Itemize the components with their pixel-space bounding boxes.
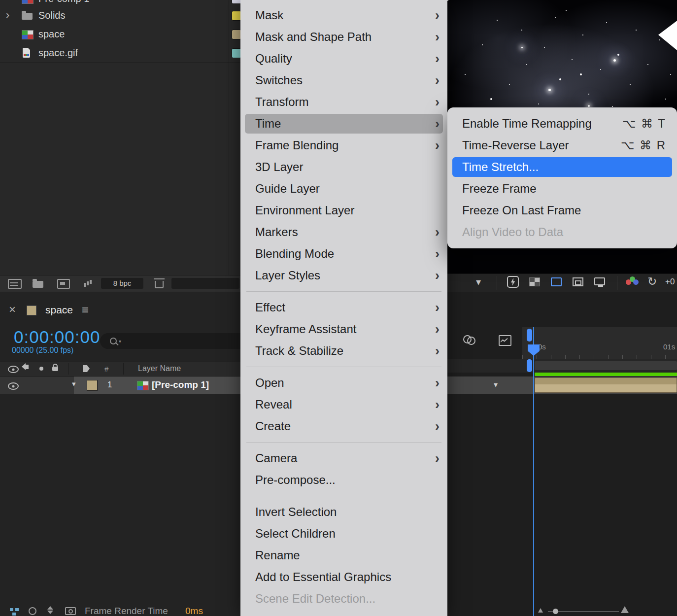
- timeline-tab-title[interactable]: space: [45, 304, 73, 316]
- video-column-eye-icon[interactable]: [8, 366, 19, 373]
- trash-icon[interactable]: [155, 281, 164, 288]
- menu-item-add-to-essential-graphics[interactable]: Add to Essential Graphics: [240, 566, 447, 588]
- toolbar-divider: [617, 276, 617, 290]
- menu-item-open[interactable]: Open›: [240, 372, 447, 394]
- submenu-arrow-icon: ›: [435, 226, 440, 239]
- layer-expand-icon[interactable]: ▾: [72, 379, 76, 388]
- label-color-chip[interactable]: [232, 11, 241, 21]
- menu-item-switches[interactable]: Switches›: [240, 69, 447, 91]
- menu-item-time[interactable]: Time›: [240, 113, 447, 135]
- bit-depth-field[interactable]: 8 bpc: [101, 278, 143, 289]
- layer-eye-icon[interactable]: [8, 382, 19, 390]
- graph-editor-icon[interactable]: [499, 335, 511, 346]
- menu-item-mask[interactable]: Mask›: [240, 4, 447, 26]
- mask-visibility-icon[interactable]: [551, 277, 562, 286]
- comp-label-chip: [27, 306, 36, 315]
- submenu-arrow-icon: ›: [435, 9, 440, 22]
- submenu-arrow-icon: ›: [435, 96, 440, 109]
- menu-item-guide-layer[interactable]: Guide Layer: [240, 178, 447, 200]
- motion-blur-icon[interactable]: [463, 335, 475, 344]
- menu-item-environment-layer[interactable]: Environment Layer: [240, 200, 447, 221]
- disclosure-arrow-icon[interactable]: ›: [6, 9, 9, 22]
- star-field: [447, 0, 448, 1]
- submenu-item-time-stretch[interactable]: Time Stretch...: [447, 156, 677, 178]
- composition-icon: [22, 0, 34, 4]
- layer-comp-icon: [137, 381, 149, 390]
- shortcut-label: ⌥ ⌘ R: [621, 138, 666, 152]
- timeline-zoom-knob[interactable]: [553, 609, 558, 614]
- menu-item-reveal[interactable]: Reveal›: [240, 394, 447, 415]
- menu-item-layer-styles[interactable]: Layer Styles›: [240, 265, 447, 286]
- time-submenu: Enable Time Remapping ⌥ ⌘ T Time-Reverse…: [447, 107, 677, 248]
- camera-icon[interactable]: [65, 607, 76, 615]
- menu-item-transform[interactable]: Transform›: [240, 91, 447, 113]
- column-toggle-icon[interactable]: [47, 606, 54, 614]
- layer-name[interactable]: [Pre-comp 1]: [152, 379, 209, 390]
- menu-item-keyframe-assistant[interactable]: Keyframe Assistant›: [240, 318, 447, 340]
- search-dropdown-icon[interactable]: ▾: [119, 339, 121, 344]
- bright-star: [521, 47, 523, 48]
- menu-item-select-children[interactable]: Select Children: [240, 523, 447, 545]
- fast-previews-icon[interactable]: [507, 276, 519, 288]
- draft-mode-icon[interactable]: [29, 607, 36, 615]
- index-column-header[interactable]: #: [104, 365, 108, 373]
- menu-item-blending-mode[interactable]: Blending Mode›: [240, 243, 447, 265]
- submenu-item-time-reverse-layer[interactable]: Time-Reverse Layer ⌥ ⌘ R: [447, 135, 677, 156]
- menu-separator: [246, 291, 441, 292]
- menu-item-create[interactable]: Create›: [240, 415, 447, 437]
- layer-duration-bar[interactable]: [535, 377, 677, 393]
- menu-item-markers[interactable]: Markers›: [240, 221, 447, 243]
- menu-item-effect[interactable]: Effect›: [240, 297, 447, 318]
- menu-item-rename[interactable]: Rename: [240, 545, 447, 566]
- new-folder-icon[interactable]: [33, 281, 43, 288]
- label-color-chip[interactable]: [232, 30, 241, 39]
- audio-column-speaker-icon[interactable]: [26, 365, 29, 369]
- submenu-item-freeze-on-last-frame[interactable]: Freeze On Last Frame: [447, 200, 677, 221]
- parent-link-dropdown-icon[interactable]: ▾: [494, 380, 498, 389]
- lock-column-icon[interactable]: [52, 367, 58, 371]
- menu-item-track-stabilize[interactable]: Track & Stabilize›: [240, 340, 447, 362]
- menu-item-frame-blending[interactable]: Frame Blending›: [240, 135, 447, 156]
- mini-flowchart-icon[interactable]: [10, 608, 13, 611]
- time-ruler-ticks: [522, 355, 677, 359]
- audio-meter-icon[interactable]: [84, 279, 93, 287]
- playhead-line[interactable]: [533, 327, 534, 616]
- submenu-arrow-icon: ›: [435, 301, 440, 314]
- label-color-chip[interactable]: [232, 48, 241, 58]
- menu-item-quality[interactable]: Quality›: [240, 48, 447, 69]
- timeline-zoom-slider[interactable]: [548, 611, 619, 612]
- label-color-chip[interactable]: [232, 0, 241, 4]
- column-divider: [123, 363, 124, 375]
- menu-item-camera[interactable]: Camera›: [240, 447, 447, 469]
- menu-item-mask-and-shape-path[interactable]: Mask and Shape Path›: [240, 26, 447, 48]
- layer-name-column-header[interactable]: Layer Name: [138, 364, 181, 373]
- refresh-icon[interactable]: ↻: [647, 275, 657, 288]
- solo-column-icon[interactable]: [39, 367, 43, 371]
- menu-item-pre-compose[interactable]: Pre-compose...: [240, 469, 447, 491]
- submenu-arrow-icon: ›: [435, 247, 440, 261]
- bright-star: [548, 89, 551, 91]
- transparency-grid-icon[interactable]: [529, 277, 540, 286]
- menu-item-invert-selection[interactable]: Invert Selection: [240, 501, 447, 523]
- submenu-item-enable-time-remapping[interactable]: Enable Time Remapping ⌥ ⌘ T: [447, 113, 677, 135]
- work-area-bar[interactable]: [535, 361, 677, 370]
- zoom-in-icon[interactable]: [621, 606, 629, 613]
- close-tab-icon[interactable]: ×: [9, 303, 16, 316]
- work-area-handle[interactable]: [527, 359, 532, 372]
- exposure-value[interactable]: +0: [665, 277, 675, 287]
- work-area-start-handle[interactable]: [527, 329, 532, 342]
- menu-item-3d-layer[interactable]: 3D Layer: [240, 156, 447, 178]
- bright-star: [613, 59, 616, 62]
- new-composition-icon[interactable]: [57, 279, 70, 289]
- region-of-interest-icon[interactable]: [573, 277, 583, 286]
- layer-label-chip[interactable]: [87, 380, 98, 391]
- current-time-display[interactable]: 0:00:00:00: [14, 327, 100, 347]
- submenu-item-freeze-frame[interactable]: Freeze Frame: [447, 178, 677, 200]
- zoom-out-icon[interactable]: [538, 608, 543, 613]
- view-dropdown-icon[interactable]: ▾: [476, 276, 481, 288]
- interpret-footage-icon[interactable]: [8, 279, 22, 289]
- panel-menu-icon[interactable]: ≡: [82, 303, 89, 317]
- timeline-search-input[interactable]: ▾: [100, 333, 248, 349]
- preview-monitor-icon[interactable]: [594, 277, 605, 285]
- channel-color-icon[interactable]: [626, 276, 639, 287]
